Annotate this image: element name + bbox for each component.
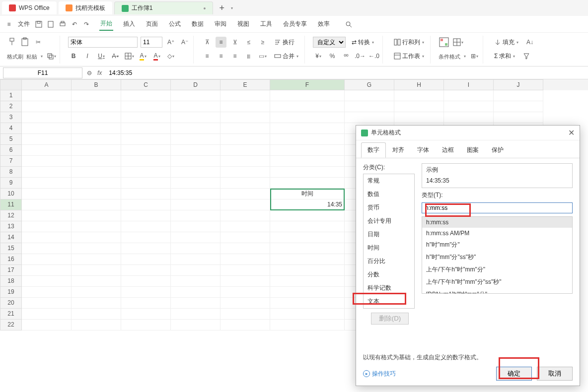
menu-insert[interactable]: 插入	[122, 18, 136, 30]
decrease-decimal-icon[interactable]: ←.0	[368, 51, 379, 62]
cell[interactable]	[220, 276, 270, 287]
condfmt-button[interactable]	[439, 37, 449, 48]
cell[interactable]	[22, 221, 72, 232]
rowcol-button[interactable]: 行和列▾	[391, 37, 427, 48]
category-item[interactable]: 科学记数	[364, 281, 414, 295]
cell[interactable]	[22, 134, 72, 145]
close-icon[interactable]: ✕	[568, 128, 575, 137]
cell[interactable]	[22, 199, 72, 210]
cell[interactable]	[72, 232, 121, 243]
cell[interactable]	[72, 254, 121, 265]
cell[interactable]	[444, 90, 494, 101]
cell[interactable]	[121, 189, 171, 199]
category-item[interactable]: 百分比	[364, 255, 414, 268]
cell[interactable]	[220, 178, 270, 189]
type-list[interactable]: h:mm:ssh:mm:ss AM/PMh"时"mm"分"h"时"mm"分"ss…	[422, 216, 573, 294]
col-header[interactable]: F	[270, 79, 345, 90]
tab-menu-icon[interactable]: ▾	[231, 6, 233, 10]
copy-icon[interactable]: ▾	[46, 51, 57, 62]
cell[interactable]	[171, 276, 220, 287]
category-item[interactable]: 分数	[364, 268, 414, 281]
cell[interactable]	[22, 276, 72, 287]
tab-add-button[interactable]: +	[215, 3, 228, 13]
type-input[interactable]	[422, 202, 573, 213]
undo-icon[interactable]: ↶	[71, 20, 78, 28]
cell[interactable]	[171, 134, 220, 145]
cell[interactable]	[270, 254, 345, 265]
dlg-tab-protect[interactable]: 保护	[485, 142, 510, 158]
new-icon[interactable]	[47, 20, 55, 28]
cell[interactable]	[220, 320, 270, 330]
cell[interactable]	[220, 134, 270, 145]
currency-icon[interactable]: ¥▾	[313, 51, 324, 62]
menu-efficiency[interactable]: 效率	[317, 18, 331, 30]
cell[interactable]	[394, 112, 444, 123]
increase-decimal-icon[interactable]: .0→	[355, 51, 366, 62]
indent-right-icon[interactable]: ≥	[257, 37, 268, 48]
cell[interactable]	[220, 112, 270, 123]
cell[interactable]	[270, 101, 345, 112]
ok-button[interactable]: 确定	[496, 367, 532, 381]
cell[interactable]	[22, 254, 72, 265]
col-header[interactable]: J	[494, 79, 543, 90]
cell[interactable]	[220, 287, 270, 298]
row-header[interactable]: 13	[0, 221, 22, 232]
cell[interactable]	[121, 232, 171, 243]
cell[interactable]	[121, 178, 171, 189]
cell[interactable]	[121, 320, 171, 330]
cut-icon[interactable]: ✂	[33, 37, 44, 48]
col-header[interactable]: B	[72, 79, 121, 90]
row-header[interactable]: 10	[0, 189, 22, 199]
category-list[interactable]: 常规数值货币会计专用日期时间百分比分数科学记数文本特殊自定义	[363, 174, 415, 309]
redo-icon[interactable]: ↷	[82, 20, 90, 28]
row-header[interactable]: 22	[0, 320, 22, 330]
type-item[interactable]: 上午/下午h"时"mm"分"ss"秒"	[422, 276, 572, 288]
cell[interactable]	[121, 221, 171, 232]
cell[interactable]	[171, 101, 220, 112]
col-header[interactable]: E	[220, 79, 270, 90]
row-header[interactable]: 15	[0, 243, 22, 254]
cell-style-icon[interactable]: ⊞▾	[469, 51, 480, 62]
cell[interactable]	[72, 90, 121, 101]
align-center-icon[interactable]: ≡	[216, 51, 226, 62]
col-header[interactable]: C	[121, 79, 171, 90]
cell[interactable]	[270, 243, 345, 254]
comma-icon[interactable]: ºº	[341, 51, 352, 62]
orientation-icon[interactable]: ▭▾	[257, 51, 268, 62]
category-item[interactable]: 时间	[364, 241, 414, 255]
cell[interactable]	[121, 101, 171, 112]
search-icon[interactable]	[345, 20, 353, 28]
menu-start[interactable]: 开始	[99, 17, 113, 31]
type-item[interactable]: 上午/下午h"时"mm"分"	[422, 263, 572, 276]
distribute-icon[interactable]: ⫼	[243, 51, 254, 62]
col-header[interactable]: I	[444, 79, 494, 90]
cell[interactable]	[72, 320, 121, 330]
cell[interactable]	[220, 189, 270, 199]
italic-icon[interactable]: I	[82, 51, 93, 62]
cell[interactable]	[171, 232, 220, 243]
convert-button[interactable]: ⇄转换▾	[349, 37, 377, 48]
hamburger-icon[interactable]: ≡	[5, 20, 13, 28]
cell[interactable]	[345, 101, 394, 112]
row-header[interactable]: 5	[0, 134, 22, 145]
col-header[interactable]: D	[171, 79, 220, 90]
fill-button[interactable]: 填充▾	[491, 37, 521, 48]
align-middle-icon[interactable]: ≡	[216, 37, 226, 48]
row-header[interactable]: 2	[0, 101, 22, 112]
cell[interactable]	[171, 298, 220, 309]
cell[interactable]	[270, 320, 345, 330]
cell[interactable]	[121, 156, 171, 167]
table-style-icon[interactable]: ▾	[452, 37, 463, 48]
cell[interactable]	[121, 112, 171, 123]
cell[interactable]	[171, 167, 220, 178]
cell[interactable]	[171, 243, 220, 254]
cell[interactable]	[121, 254, 171, 265]
menu-view[interactable]: 视图	[236, 18, 250, 30]
indent-left-icon[interactable]: ≤	[243, 37, 254, 48]
cell[interactable]	[22, 112, 72, 123]
cell[interactable]	[22, 156, 72, 167]
cell[interactable]	[22, 287, 72, 298]
cell[interactable]	[220, 156, 270, 167]
cell[interactable]	[444, 112, 494, 123]
row-header[interactable]: 9	[0, 178, 22, 189]
